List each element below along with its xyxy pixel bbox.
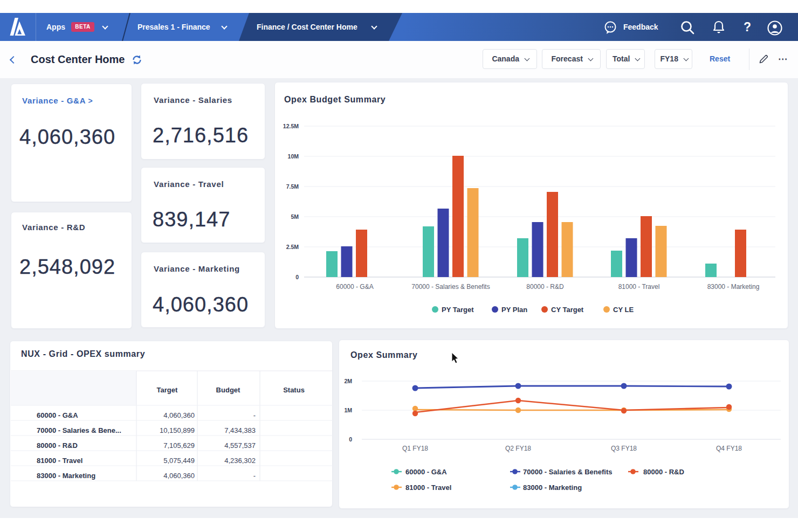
svg-text:7.5M: 7.5M: [286, 183, 299, 190]
svg-text:Q1 FY18: Q1 FY18: [402, 445, 428, 452]
svg-text:4,060,360: 4,060,360: [163, 472, 195, 480]
svg-text:0: 0: [295, 274, 299, 280]
svg-text:83000 - Marketing: 83000 - Marketing: [707, 283, 760, 291]
svg-text:7,105,629: 7,105,629: [163, 441, 195, 450]
svg-text:PY Plan: PY Plan: [501, 306, 527, 314]
svg-text:80000 - R&D: 80000 - R&D: [37, 441, 78, 450]
svg-text:83000 - Marketing: 83000 - Marketing: [37, 472, 95, 480]
svg-text:80000 - R&D: 80000 - R&D: [643, 468, 684, 476]
svg-text:2.5M: 2.5M: [286, 244, 299, 250]
svg-text:4,557,537: 4,557,537: [224, 441, 256, 450]
svg-text:60000 - G&A: 60000 - G&A: [405, 468, 447, 476]
svg-text:70000 - Salaries & Bene...: 70000 - Salaries & Bene...: [37, 426, 121, 434]
svg-text:7,434,383: 7,434,383: [224, 426, 256, 434]
svg-text:5M: 5M: [291, 213, 299, 220]
svg-text:10M: 10M: [288, 153, 299, 160]
svg-text:80000 - R&D: 80000 - R&D: [526, 283, 564, 291]
svg-text:-: -: [253, 472, 256, 480]
svg-text:Q2 FY18: Q2 FY18: [505, 445, 531, 452]
svg-text:4,236,302: 4,236,302: [224, 457, 256, 465]
svg-text:CY LE: CY LE: [613, 306, 634, 314]
svg-text:70000 - Salaries & Benefits: 70000 - Salaries & Benefits: [411, 283, 490, 291]
svg-text:-: -: [253, 411, 256, 419]
svg-text:CY Target: CY Target: [551, 306, 584, 314]
svg-text:1M: 1M: [344, 407, 352, 413]
svg-text:Q3 FY18: Q3 FY18: [611, 445, 637, 452]
svg-text:83000 - Marketing: 83000 - Marketing: [523, 483, 582, 492]
svg-text:10,150,899: 10,150,899: [160, 426, 195, 434]
svg-text:Target: Target: [157, 386, 178, 394]
svg-text:5,075,449: 5,075,449: [163, 457, 195, 465]
svg-text:60000 - G&A: 60000 - G&A: [336, 283, 373, 291]
svg-text:81000 - Travel: 81000 - Travel: [618, 283, 660, 291]
svg-text:2M: 2M: [344, 378, 352, 384]
svg-text:81000 - Travel: 81000 - Travel: [405, 483, 451, 492]
svg-text:0: 0: [349, 436, 352, 443]
svg-text:60000 - G&A: 60000 - G&A: [37, 411, 78, 419]
svg-text:Budget: Budget: [216, 386, 240, 394]
svg-text:4,060,360: 4,060,360: [163, 411, 195, 419]
svg-text:12.5M: 12.5M: [283, 123, 299, 129]
svg-text:Status: Status: [283, 386, 305, 394]
svg-text:70000 - Salaries & Benefits: 70000 - Salaries & Benefits: [523, 468, 612, 476]
svg-text:81000 - Travel: 81000 - Travel: [37, 457, 82, 465]
svg-text:Q4 FY18: Q4 FY18: [716, 445, 742, 452]
svg-text:PY Target: PY Target: [442, 306, 474, 314]
